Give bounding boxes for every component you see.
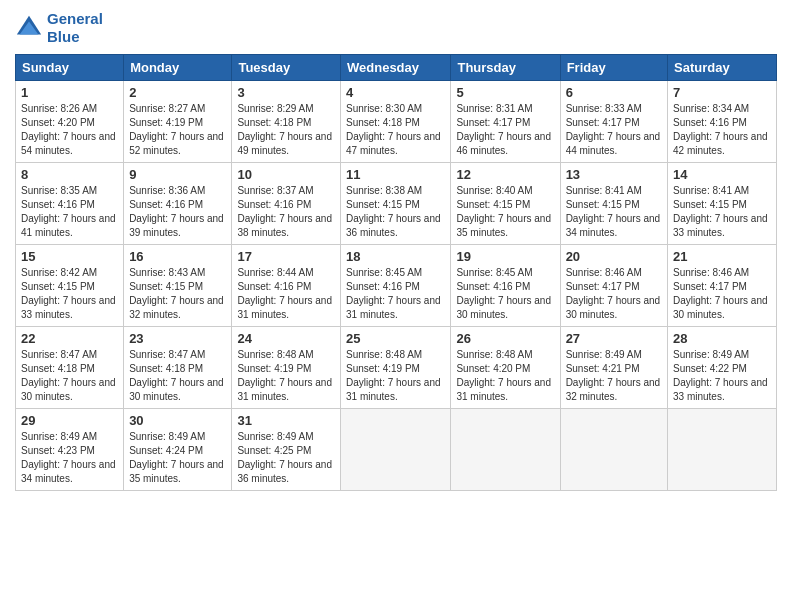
calendar-cell: 25 Sunrise: 8:48 AM Sunset: 4:19 PM Dayl…: [341, 327, 451, 409]
calendar-cell: 13 Sunrise: 8:41 AM Sunset: 4:15 PM Dayl…: [560, 163, 667, 245]
day-number: 26: [456, 331, 554, 346]
day-detail: Sunrise: 8:42 AM Sunset: 4:15 PM Dayligh…: [21, 266, 118, 322]
header: General Blue: [15, 10, 777, 46]
calendar-weekday: Wednesday: [341, 55, 451, 81]
day-number: 9: [129, 167, 226, 182]
day-detail: Sunrise: 8:33 AM Sunset: 4:17 PM Dayligh…: [566, 102, 662, 158]
day-detail: Sunrise: 8:26 AM Sunset: 4:20 PM Dayligh…: [21, 102, 118, 158]
calendar-weekday: Tuesday: [232, 55, 341, 81]
day-number: 5: [456, 85, 554, 100]
calendar-cell: 8 Sunrise: 8:35 AM Sunset: 4:16 PM Dayli…: [16, 163, 124, 245]
day-number: 15: [21, 249, 118, 264]
calendar-week-row: 8 Sunrise: 8:35 AM Sunset: 4:16 PM Dayli…: [16, 163, 777, 245]
calendar-cell: 21 Sunrise: 8:46 AM Sunset: 4:17 PM Dayl…: [668, 245, 777, 327]
calendar-cell: 7 Sunrise: 8:34 AM Sunset: 4:16 PM Dayli…: [668, 81, 777, 163]
day-number: 14: [673, 167, 771, 182]
calendar-cell: 30 Sunrise: 8:49 AM Sunset: 4:24 PM Dayl…: [124, 409, 232, 491]
calendar-cell: [341, 409, 451, 491]
day-number: 28: [673, 331, 771, 346]
day-number: 25: [346, 331, 445, 346]
day-number: 7: [673, 85, 771, 100]
day-number: 3: [237, 85, 335, 100]
page-container: General Blue SundayMondayTuesdayWednesda…: [0, 0, 792, 612]
calendar-cell: 3 Sunrise: 8:29 AM Sunset: 4:18 PM Dayli…: [232, 81, 341, 163]
day-number: 19: [456, 249, 554, 264]
day-detail: Sunrise: 8:37 AM Sunset: 4:16 PM Dayligh…: [237, 184, 335, 240]
day-detail: Sunrise: 8:47 AM Sunset: 4:18 PM Dayligh…: [129, 348, 226, 404]
day-detail: Sunrise: 8:49 AM Sunset: 4:21 PM Dayligh…: [566, 348, 662, 404]
day-detail: Sunrise: 8:46 AM Sunset: 4:17 PM Dayligh…: [673, 266, 771, 322]
day-number: 23: [129, 331, 226, 346]
day-detail: Sunrise: 8:35 AM Sunset: 4:16 PM Dayligh…: [21, 184, 118, 240]
day-detail: Sunrise: 8:41 AM Sunset: 4:15 PM Dayligh…: [673, 184, 771, 240]
day-detail: Sunrise: 8:36 AM Sunset: 4:16 PM Dayligh…: [129, 184, 226, 240]
calendar-cell: 9 Sunrise: 8:36 AM Sunset: 4:16 PM Dayli…: [124, 163, 232, 245]
calendar-cell: 31 Sunrise: 8:49 AM Sunset: 4:25 PM Dayl…: [232, 409, 341, 491]
day-detail: Sunrise: 8:40 AM Sunset: 4:15 PM Dayligh…: [456, 184, 554, 240]
logo-icon: [15, 14, 43, 42]
calendar-cell: 17 Sunrise: 8:44 AM Sunset: 4:16 PM Dayl…: [232, 245, 341, 327]
day-detail: Sunrise: 8:31 AM Sunset: 4:17 PM Dayligh…: [456, 102, 554, 158]
day-detail: Sunrise: 8:48 AM Sunset: 4:19 PM Dayligh…: [237, 348, 335, 404]
day-number: 11: [346, 167, 445, 182]
day-detail: Sunrise: 8:47 AM Sunset: 4:18 PM Dayligh…: [21, 348, 118, 404]
calendar-table: SundayMondayTuesdayWednesdayThursdayFrid…: [15, 54, 777, 491]
day-detail: Sunrise: 8:45 AM Sunset: 4:16 PM Dayligh…: [346, 266, 445, 322]
calendar-cell: 22 Sunrise: 8:47 AM Sunset: 4:18 PM Dayl…: [16, 327, 124, 409]
day-detail: Sunrise: 8:48 AM Sunset: 4:19 PM Dayligh…: [346, 348, 445, 404]
day-detail: Sunrise: 8:49 AM Sunset: 4:25 PM Dayligh…: [237, 430, 335, 486]
day-detail: Sunrise: 8:49 AM Sunset: 4:24 PM Dayligh…: [129, 430, 226, 486]
day-number: 4: [346, 85, 445, 100]
day-number: 21: [673, 249, 771, 264]
calendar-week-row: 29 Sunrise: 8:49 AM Sunset: 4:23 PM Dayl…: [16, 409, 777, 491]
day-number: 6: [566, 85, 662, 100]
calendar-cell: 28 Sunrise: 8:49 AM Sunset: 4:22 PM Dayl…: [668, 327, 777, 409]
calendar-cell: [451, 409, 560, 491]
day-number: 18: [346, 249, 445, 264]
day-detail: Sunrise: 8:44 AM Sunset: 4:16 PM Dayligh…: [237, 266, 335, 322]
calendar-cell: [560, 409, 667, 491]
calendar-weekday: Friday: [560, 55, 667, 81]
logo-text: General Blue: [47, 10, 103, 46]
calendar-cell: 15 Sunrise: 8:42 AM Sunset: 4:15 PM Dayl…: [16, 245, 124, 327]
day-number: 27: [566, 331, 662, 346]
calendar-cell: 11 Sunrise: 8:38 AM Sunset: 4:15 PM Dayl…: [341, 163, 451, 245]
calendar-week-row: 22 Sunrise: 8:47 AM Sunset: 4:18 PM Dayl…: [16, 327, 777, 409]
logo: General Blue: [15, 10, 103, 46]
day-detail: Sunrise: 8:27 AM Sunset: 4:19 PM Dayligh…: [129, 102, 226, 158]
calendar-weekday: Saturday: [668, 55, 777, 81]
day-detail: Sunrise: 8:38 AM Sunset: 4:15 PM Dayligh…: [346, 184, 445, 240]
calendar-weekday: Thursday: [451, 55, 560, 81]
day-detail: Sunrise: 8:49 AM Sunset: 4:23 PM Dayligh…: [21, 430, 118, 486]
calendar-header-row: SundayMondayTuesdayWednesdayThursdayFrid…: [16, 55, 777, 81]
day-number: 13: [566, 167, 662, 182]
day-detail: Sunrise: 8:41 AM Sunset: 4:15 PM Dayligh…: [566, 184, 662, 240]
day-detail: Sunrise: 8:34 AM Sunset: 4:16 PM Dayligh…: [673, 102, 771, 158]
calendar-cell: 12 Sunrise: 8:40 AM Sunset: 4:15 PM Dayl…: [451, 163, 560, 245]
calendar-cell: 6 Sunrise: 8:33 AM Sunset: 4:17 PM Dayli…: [560, 81, 667, 163]
day-detail: Sunrise: 8:49 AM Sunset: 4:22 PM Dayligh…: [673, 348, 771, 404]
day-detail: Sunrise: 8:43 AM Sunset: 4:15 PM Dayligh…: [129, 266, 226, 322]
day-detail: Sunrise: 8:48 AM Sunset: 4:20 PM Dayligh…: [456, 348, 554, 404]
calendar-cell: 2 Sunrise: 8:27 AM Sunset: 4:19 PM Dayli…: [124, 81, 232, 163]
calendar-cell: [668, 409, 777, 491]
calendar-cell: 27 Sunrise: 8:49 AM Sunset: 4:21 PM Dayl…: [560, 327, 667, 409]
day-number: 1: [21, 85, 118, 100]
day-detail: Sunrise: 8:46 AM Sunset: 4:17 PM Dayligh…: [566, 266, 662, 322]
day-number: 31: [237, 413, 335, 428]
day-number: 10: [237, 167, 335, 182]
calendar-cell: 10 Sunrise: 8:37 AM Sunset: 4:16 PM Dayl…: [232, 163, 341, 245]
day-number: 24: [237, 331, 335, 346]
calendar-cell: 19 Sunrise: 8:45 AM Sunset: 4:16 PM Dayl…: [451, 245, 560, 327]
calendar-cell: 24 Sunrise: 8:48 AM Sunset: 4:19 PM Dayl…: [232, 327, 341, 409]
day-detail: Sunrise: 8:29 AM Sunset: 4:18 PM Dayligh…: [237, 102, 335, 158]
calendar-cell: 23 Sunrise: 8:47 AM Sunset: 4:18 PM Dayl…: [124, 327, 232, 409]
day-number: 12: [456, 167, 554, 182]
day-number: 17: [237, 249, 335, 264]
calendar-cell: 29 Sunrise: 8:49 AM Sunset: 4:23 PM Dayl…: [16, 409, 124, 491]
day-number: 8: [21, 167, 118, 182]
day-number: 2: [129, 85, 226, 100]
calendar-cell: 26 Sunrise: 8:48 AM Sunset: 4:20 PM Dayl…: [451, 327, 560, 409]
calendar-cell: 1 Sunrise: 8:26 AM Sunset: 4:20 PM Dayli…: [16, 81, 124, 163]
day-number: 30: [129, 413, 226, 428]
